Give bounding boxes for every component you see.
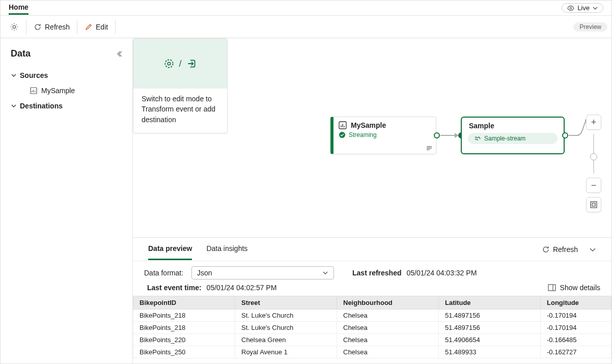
- flow-canvas[interactable]: MySample Streaming Sample Sample-st: [133, 38, 611, 237]
- toolbar-separator: [115, 20, 116, 34]
- table-cell: 51.489933: [439, 346, 541, 358]
- zoom-controls: + −: [586, 115, 601, 212]
- svg-point-6: [168, 62, 171, 65]
- source-item-mysample[interactable]: MySample: [11, 83, 124, 98]
- col-latitude[interactable]: Latitude: [439, 296, 541, 310]
- stream-node[interactable]: Sample Sample-stream: [461, 117, 565, 154]
- show-details-button[interactable]: Show details: [548, 284, 600, 292]
- table-row[interactable]: BikePoints_250Royal Avenue 1Chelsea51.48…: [133, 346, 611, 358]
- tab-bar: Home Live: [1, 1, 611, 16]
- col-bikepointid[interactable]: BikepointID: [133, 296, 235, 310]
- collapse-icon[interactable]: [117, 50, 124, 58]
- preview-table-wrap[interactable]: BikepointID Street Neighbourhood Latitud…: [133, 296, 611, 363]
- settings-button[interactable]: [5, 19, 24, 35]
- chevron-down-icon[interactable]: [589, 246, 596, 253]
- table-cell: -0.170194: [541, 310, 611, 322]
- source-node-title: MySample: [351, 121, 386, 129]
- data-format-select[interactable]: Json: [191, 266, 334, 279]
- zoom-slider[interactable]: [593, 134, 594, 174]
- refresh-button[interactable]: Refresh: [29, 20, 75, 34]
- preview-refresh-label: Refresh: [553, 245, 578, 254]
- svg-point-4: [339, 132, 345, 138]
- destination-placeholder-node[interactable]: / Switch to edit mode to Transform event…: [133, 38, 228, 133]
- table-cell: -0.170194: [541, 322, 611, 334]
- tab-home[interactable]: Home: [9, 1, 29, 15]
- svg-point-0: [570, 7, 572, 9]
- destination-hint-text: Switch to edit mode to Transform event o…: [133, 89, 227, 133]
- table-cell: BikePoints_218: [133, 310, 235, 322]
- table-row[interactable]: BikePoints_218St. Luke's ChurchChelsea51…: [133, 322, 611, 334]
- svg-rect-7: [591, 202, 597, 208]
- edit-label: Edit: [96, 23, 108, 31]
- edit-icon: [85, 23, 93, 31]
- toolbar: Refresh Edit Preview: [1, 16, 611, 38]
- destination-icons: /: [133, 39, 227, 89]
- list-icon: [426, 145, 433, 152]
- preview-table: BikepointID Street Neighbourhood Latitud…: [133, 296, 611, 358]
- toolbar-separator: [26, 20, 26, 34]
- details-icon: [548, 284, 556, 291]
- table-cell: St. Luke's Church: [235, 322, 337, 334]
- refresh-icon: [34, 23, 42, 31]
- port-out[interactable]: [434, 132, 440, 138]
- edit-button[interactable]: Edit: [79, 20, 113, 34]
- svg-rect-8: [592, 203, 595, 206]
- svg-point-5: [165, 60, 173, 67]
- port-out[interactable]: [562, 132, 568, 138]
- zoom-thumb[interactable]: [590, 153, 597, 160]
- table-row[interactable]: BikePoints_220Chelsea GreenChelsea51.490…: [133, 334, 611, 346]
- table-cell: -0.162727: [541, 346, 611, 358]
- check-circle-icon: [339, 131, 346, 138]
- fit-icon: [590, 201, 598, 209]
- chevron-down-icon: [11, 103, 17, 109]
- table-cell: 51.4897156: [439, 310, 541, 322]
- stream-chip[interactable]: Sample-stream: [468, 133, 558, 144]
- table-cell: BikePoints_220: [133, 334, 235, 346]
- slash-label: /: [179, 59, 181, 69]
- zoom-out-button[interactable]: −: [586, 178, 601, 193]
- chevron-down-icon: [11, 72, 17, 78]
- tab-data-insights[interactable]: Data insights: [206, 238, 247, 260]
- table-cell: St. Luke's Church: [235, 310, 337, 322]
- table-cell: Chelsea: [337, 322, 439, 334]
- toolbar-separator: [77, 20, 77, 34]
- source-node-options[interactable]: [426, 145, 433, 152]
- preview-refresh-button[interactable]: Refresh: [537, 242, 583, 257]
- sources-label: Sources: [20, 71, 48, 79]
- table-row[interactable]: BikePoints_218St. Luke's ChurchChelsea51…: [133, 310, 611, 322]
- table-cell: -0.166485: [541, 334, 611, 346]
- data-format-value: Json: [197, 269, 212, 277]
- col-longitude[interactable]: Longitude: [541, 296, 611, 310]
- table-cell: Chelsea: [337, 310, 439, 322]
- show-details-label: Show details: [560, 284, 600, 292]
- table-cell: Chelsea: [337, 334, 439, 346]
- col-neighbourhood[interactable]: Neighbourhood: [337, 296, 439, 310]
- fit-button[interactable]: [586, 197, 601, 212]
- source-node[interactable]: MySample Streaming: [330, 117, 436, 154]
- table-cell: Chelsea Green: [235, 334, 337, 346]
- eye-icon: [567, 5, 574, 12]
- output-icon: [186, 58, 197, 69]
- connector: [440, 135, 456, 136]
- sources-section[interactable]: Sources: [11, 67, 124, 83]
- destinations-section[interactable]: Destinations: [11, 98, 124, 114]
- data-sidebar: Data Sources MySample Destinations: [1, 38, 133, 363]
- tab-data-preview[interactable]: Data preview: [148, 238, 192, 260]
- svg-rect-9: [548, 285, 555, 291]
- svg-point-1: [13, 25, 15, 28]
- gear-icon: [10, 22, 19, 32]
- live-dropdown[interactable]: Live: [562, 3, 603, 13]
- chevron-down-icon: [322, 270, 328, 276]
- table-cell: BikePoints_250: [133, 346, 235, 358]
- col-street[interactable]: Street: [235, 296, 337, 310]
- transform-icon: [163, 58, 175, 69]
- table-cell: Royal Avenue 1: [235, 346, 337, 358]
- last-event-label: Last event time:: [147, 284, 202, 292]
- data-format-label: Data format:: [144, 269, 183, 277]
- sidebar-title: Data: [11, 48, 31, 59]
- last-refreshed-label: Last refreshed: [352, 269, 401, 277]
- source-node-status: Streaming: [349, 131, 377, 138]
- last-event-value: 05/01/24 04:02:57 PM: [207, 284, 277, 292]
- preview-badge[interactable]: Preview: [573, 22, 607, 32]
- zoom-in-button[interactable]: +: [586, 115, 601, 130]
